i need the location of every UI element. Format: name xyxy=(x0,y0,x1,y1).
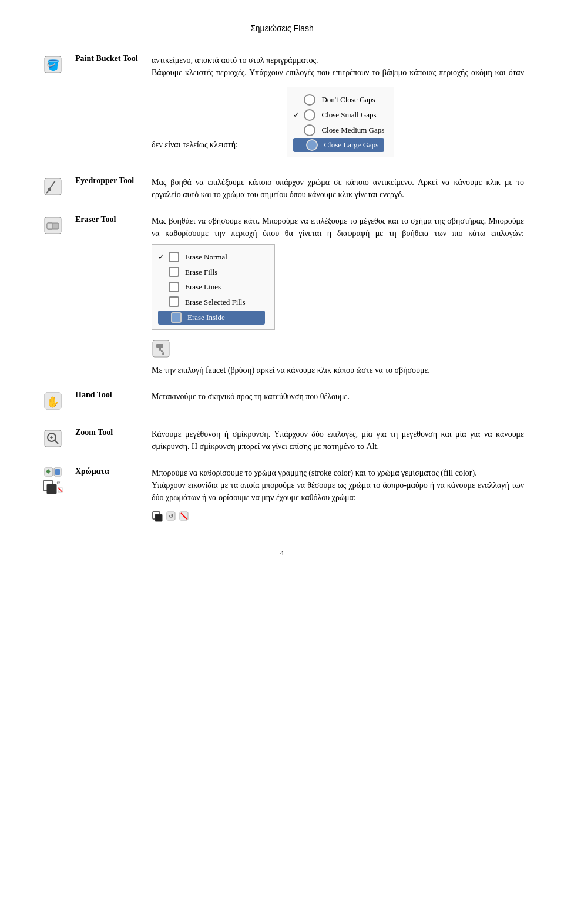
page-number: 4 xyxy=(280,548,284,557)
option-dont-close-gaps: Don't Close Gaps xyxy=(293,92,384,107)
hand-icon: ✋ xyxy=(42,390,63,412)
radio-erase-fills[interactable] xyxy=(169,267,179,277)
table-row-eraser: Eraser Tool Μας βοηθάει να σβήσουμε κάτι… xyxy=(35,211,529,380)
check-close-small-gaps: ✓ xyxy=(293,109,304,121)
check-erase-inside xyxy=(160,312,171,323)
eyedropper-label: Eyedropper Tool xyxy=(70,173,147,204)
faucet-icon xyxy=(152,339,170,358)
svg-rect-11 xyxy=(159,348,161,351)
eraser-desc: Μας βοηθάει να σβήσουμε κάτι. Μπορούμε ν… xyxy=(147,211,529,380)
svg-point-12 xyxy=(162,353,164,355)
page: Σημειώσεις Flash 🪣 Paint Bucket Tool αντ… xyxy=(0,0,564,924)
color-icons-svg: ↺ xyxy=(152,510,199,524)
svg-text:🪣: 🪣 xyxy=(46,59,60,72)
label-erase-lines: Erase Lines xyxy=(185,281,221,293)
table-row-zoom: Zoom Tool Κάνουμε μεγέθυνση ή σμίκρυνση.… xyxy=(35,424,529,456)
eyedropper-icon xyxy=(42,176,63,197)
colors-desc: Μπορούμε να καθορίσουμε το χρώμα γραμμής… xyxy=(147,463,529,531)
check-dont-close-gaps xyxy=(293,94,304,106)
radio-erase-inside[interactable] xyxy=(171,312,182,323)
label-erase-normal: Erase Normal xyxy=(185,251,227,263)
label-close-small-gaps: Close Small Gaps xyxy=(321,109,376,121)
faucet-icon-area xyxy=(152,339,524,362)
check-erase-lines xyxy=(158,281,169,293)
svg-rect-10 xyxy=(156,344,163,348)
option-close-large-gaps: Close Large Gaps xyxy=(293,138,384,152)
radio-close-large-gaps[interactable] xyxy=(306,139,318,151)
gap-options-panel: Don't Close Gaps ✓ Close Small Gaps xyxy=(287,87,394,157)
radio-close-small-gaps[interactable] xyxy=(304,109,315,121)
colors-label: Χρώματα xyxy=(70,463,147,531)
eyedropper-desc: Μας βοηθά να επιλέξουμε κάποιο υπάρχον χ… xyxy=(147,173,529,204)
check-erase-fills xyxy=(158,267,169,278)
erase-options-panel: ✓ Erase Normal Erase Fills xyxy=(152,244,275,330)
option-erase-fills: Erase Fills xyxy=(158,265,265,280)
zoom-icon-cell xyxy=(35,424,70,456)
check-erase-normal: ✓ xyxy=(158,251,169,263)
label-erase-fills: Erase Fills xyxy=(185,267,217,278)
content-table: 🪣 Paint Bucket Tool αντικείμενο, αποκτά … xyxy=(35,50,529,531)
table-row: 🪣 Paint Bucket Tool αντικείμενο, αποκτά … xyxy=(35,50,529,166)
svg-text:↺: ↺ xyxy=(169,513,173,520)
radio-erase-lines[interactable] xyxy=(169,282,179,292)
option-close-small-gaps: ✓ Close Small Gaps xyxy=(293,107,384,123)
paint-bucket-icon: 🪣 xyxy=(42,54,63,75)
option-close-medium-gaps: Close Medium Gaps xyxy=(293,123,384,138)
paint-bucket-icon-cell: 🪣 xyxy=(35,50,70,166)
svg-text:↺: ↺ xyxy=(56,480,61,485)
svg-rect-25 xyxy=(47,484,56,494)
row-separator-4 xyxy=(35,417,529,424)
eraser-icon xyxy=(42,215,63,236)
color-swatches-icon: ↺ xyxy=(42,480,63,494)
table-row-eyedropper: Eyedropper Tool Μας βοηθά να επιλέξουμε … xyxy=(35,173,529,204)
option-erase-lines: Erase Lines xyxy=(158,279,265,295)
colors-icon-group: ↺ xyxy=(40,467,66,494)
radio-dont-close-gaps[interactable] xyxy=(304,94,315,106)
label-erase-selected-fills: Erase Selected Fills xyxy=(185,296,246,308)
svg-rect-8 xyxy=(47,223,52,229)
radio-erase-selected-fills[interactable] xyxy=(169,296,179,307)
check-close-medium-gaps xyxy=(293,124,304,136)
color-icons-row: ↺ xyxy=(152,510,524,527)
label-close-large-gaps: Close Large Gaps xyxy=(324,139,378,151)
eraser-label: Eraser Tool xyxy=(70,211,147,380)
label-dont-close-gaps: Don't Close Gaps xyxy=(321,94,375,106)
zoom-icon xyxy=(42,428,63,449)
hand-icon-cell: ✋ xyxy=(35,387,70,417)
check-erase-selected-fills xyxy=(158,296,169,308)
option-erase-selected-fills: Erase Selected Fills xyxy=(158,295,265,310)
svg-rect-15 xyxy=(45,430,61,447)
radio-erase-normal[interactable] xyxy=(169,252,179,262)
radio-close-medium-gaps[interactable] xyxy=(304,124,315,136)
page-title: Σημειώσεις Flash xyxy=(250,23,314,33)
option-erase-inside: Erase Inside xyxy=(158,311,265,325)
eyedropper-icon-cell xyxy=(35,173,70,204)
option-erase-normal: ✓ Erase Normal xyxy=(158,249,265,265)
page-footer: 4 xyxy=(35,548,529,558)
colors-icon-cell: ↺ xyxy=(35,463,70,531)
svg-rect-30 xyxy=(155,514,162,521)
zoom-label: Zoom Tool xyxy=(70,424,147,456)
row-separator-5 xyxy=(35,456,529,463)
page-header: Σημειώσεις Flash xyxy=(35,23,529,33)
row-separator-2 xyxy=(35,204,529,211)
label-close-medium-gaps: Close Medium Gaps xyxy=(321,124,384,136)
table-row-colors: ↺ Χρώματα Μπορούμε να καθορίσουμε το χρώ… xyxy=(35,463,529,531)
row-separator-1 xyxy=(35,166,529,173)
zoom-desc: Κάνουμε μεγέθυνση ή σμίκρυνση. Υπάρχουν … xyxy=(147,424,529,456)
pencil-icon xyxy=(43,467,62,477)
eraser-icon-cell xyxy=(35,211,70,380)
paint-bucket-desc: αντικείμενο, αποκτά αυτό το στυλ περιγρά… xyxy=(147,50,529,166)
paint-bucket-label: Paint Bucket Tool xyxy=(70,50,147,166)
svg-point-4 xyxy=(48,188,51,191)
svg-text:✋: ✋ xyxy=(46,396,60,409)
faucet-description: Με την επιλογή faucet (βρύση) αρκεί να κ… xyxy=(152,366,430,375)
table-row-hand: ✋ Hand Tool Μετακινούμε το σκηνικό προς … xyxy=(35,387,529,417)
hand-label: Hand Tool xyxy=(70,387,147,417)
check-close-large-gaps xyxy=(296,139,306,151)
label-erase-inside: Erase Inside xyxy=(187,312,225,323)
hand-desc: Μετακινούμε το σκηνικό προς τη κατεύθυνσ… xyxy=(147,387,529,417)
row-separator-3 xyxy=(35,380,529,387)
svg-rect-23 xyxy=(55,469,60,475)
